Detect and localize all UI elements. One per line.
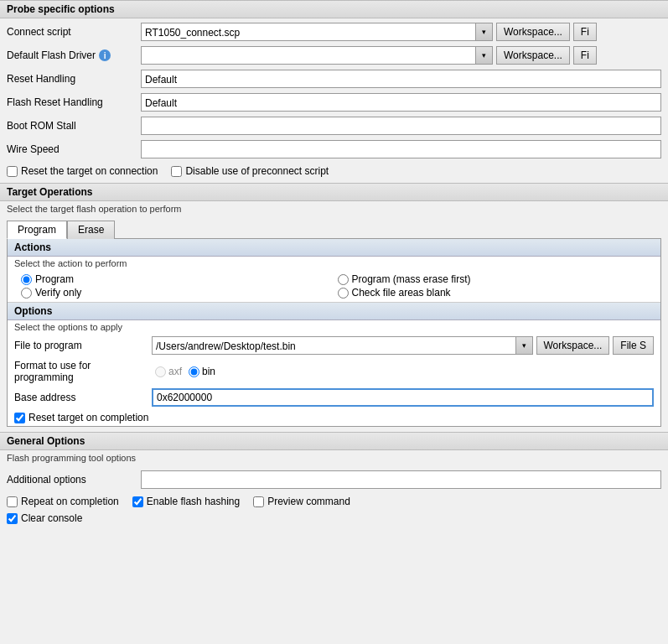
file-to-program-label: File to program — [14, 340, 148, 351]
flash-driver-input[interactable] — [142, 47, 475, 65]
boot-rom-stall-controls — [141, 117, 661, 135]
radio-program: Program — [21, 273, 331, 285]
boot-rom-stall-label: Boot ROM Stall — [7, 120, 141, 132]
format-axf-radio[interactable] — [155, 366, 166, 377]
reset-target-checkbox[interactable] — [7, 166, 18, 177]
flash-reset-handling-controls — [141, 93, 661, 112]
preview-command-label: Preview command — [267, 496, 350, 507]
options-section: Options Select the options to apply File… — [8, 302, 660, 426]
clear-console-row: Clear console — [0, 510, 668, 527]
connect-script-file-btn[interactable]: Fi — [573, 23, 597, 41]
disable-preconnect-checkbox[interactable] — [171, 166, 182, 177]
radio-blank-check: Check file areas blank — [338, 287, 648, 299]
options-section-header: Options — [8, 303, 660, 320]
flash-driver-workspace-btn[interactable]: Workspace... — [496, 46, 570, 65]
tabs: Program Erase — [7, 221, 661, 239]
format-row: Format to use for programming axf bin — [8, 357, 660, 386]
format-bin-wrapper: bin — [189, 366, 215, 377]
wire-speed-label: Wire Speed — [7, 143, 141, 155]
file-to-program-input[interactable] — [153, 337, 515, 356]
main-page: Probe specific options Connect script ▾ … — [0, 0, 668, 644]
tab-erase[interactable]: Erase — [67, 221, 115, 239]
additional-options-row: Additional options — [7, 468, 661, 491]
radio-mass-erase-label: Program (mass erase first) — [352, 273, 471, 285]
repeat-on-completion-label: Repeat on completion — [21, 496, 119, 507]
general-options-section-header: General Options — [0, 432, 668, 450]
radio-program-input[interactable] — [21, 274, 32, 285]
flash-driver-dropdown-btn[interactable]: ▾ — [475, 47, 492, 64]
connect-script-input-wrapper: ▾ — [141, 23, 493, 41]
reset-handling-label: Reset Handling — [7, 73, 141, 85]
clear-console-checkbox[interactable] — [7, 513, 18, 524]
radio-blank-check-input[interactable] — [338, 288, 349, 299]
format-bin-label: bin — [202, 366, 215, 377]
flash-driver-controls: ▾ Workspace... Fi — [141, 46, 661, 65]
disable-preconnect-checkbox-wrapper: Disable use of preconnect script — [171, 165, 329, 177]
radio-verify: Verify only — [21, 287, 331, 299]
tab-program[interactable]: Program — [7, 221, 67, 239]
general-options-subtitle: Flash programming tool options — [0, 450, 668, 466]
additional-options-label: Additional options — [7, 474, 141, 486]
connect-script-controls: ▾ Workspace... Fi — [141, 23, 661, 41]
radio-blank-check-label: Check file areas blank — [352, 287, 451, 299]
format-axf-wrapper: axf — [155, 366, 182, 377]
disable-preconnect-label: Disable use of preconnect script — [185, 165, 329, 177]
enable-flash-hashing-checkbox[interactable] — [132, 496, 143, 507]
flash-reset-handling-input-wrapper — [141, 93, 661, 112]
flash-driver-label: Default Flash Driver i — [7, 49, 141, 61]
repeat-on-completion-wrapper: Repeat on completion — [7, 496, 119, 507]
radio-verify-label: Verify only — [35, 287, 81, 299]
connect-script-input[interactable] — [142, 23, 475, 42]
enable-flash-hashing-wrapper: Enable flash hashing — [132, 496, 240, 507]
radio-mass-erase: Program (mass erase first) — [338, 273, 648, 285]
actions-subtitle: Select the action to perform — [8, 257, 660, 270]
probe-checkboxes-row: Reset the target on connection Disable u… — [0, 163, 668, 179]
format-axf-label: axf — [168, 366, 182, 377]
reset-on-completion-row: Reset target on completion — [8, 409, 660, 426]
target-operations-section-header: Target Operations — [0, 183, 668, 201]
base-address-row: Base address — [8, 386, 660, 409]
options-subtitle: Select the options to apply — [8, 320, 660, 334]
connect-script-label: Connect script — [7, 26, 141, 38]
boot-rom-stall-input[interactable] — [141, 117, 661, 135]
base-address-input[interactable] — [152, 388, 654, 407]
clear-console-label: Clear console — [21, 512, 82, 524]
reset-on-completion-checkbox[interactable] — [14, 413, 25, 423]
flash-reset-handling-label: Flash Reset Handling — [7, 96, 141, 108]
format-label: Format to use for programming — [14, 360, 148, 383]
reset-handling-controls — [141, 70, 661, 88]
connect-script-workspace-btn[interactable]: Workspace... — [496, 23, 570, 41]
flash-driver-file-btn[interactable]: Fi — [573, 46, 597, 65]
additional-options-input[interactable] — [141, 470, 661, 489]
general-options-form: Additional options — [0, 466, 668, 493]
radio-mass-erase-input[interactable] — [338, 274, 349, 285]
reset-handling-row: Reset Handling — [7, 67, 661, 91]
flash-driver-row: Default Flash Driver i ▾ Workspace... Fi — [7, 44, 661, 67]
file-to-program-row: File to program ▾ Workspace... File S — [8, 334, 660, 357]
boot-rom-stall-row: Boot ROM Stall — [7, 114, 661, 138]
preview-command-checkbox[interactable] — [253, 496, 264, 507]
connect-script-dropdown-btn[interactable]: ▾ — [475, 23, 492, 40]
file-to-program-dropdown-btn[interactable]: ▾ — [515, 337, 532, 354]
radio-verify-input[interactable] — [21, 288, 32, 299]
reset-target-label: Reset the target on connection — [21, 165, 158, 177]
file-to-program-file-btn[interactable]: File S — [613, 336, 654, 355]
flash-reset-handling-input[interactable] — [142, 94, 660, 112]
file-to-program-input-wrapper: ▾ — [152, 336, 533, 355]
tab-content: Actions Select the action to perform Pro… — [7, 238, 661, 427]
reset-target-checkbox-wrapper: Reset the target on connection — [7, 165, 158, 177]
tabs-container: Program Erase Actions Select the action … — [0, 217, 668, 427]
target-operations-subtitle: Select the target flash operation to per… — [0, 201, 668, 217]
repeat-on-completion-checkbox[interactable] — [7, 496, 18, 507]
format-bin-radio[interactable] — [189, 366, 199, 377]
reset-handling-input[interactable] — [142, 70, 660, 89]
wire-speed-input[interactable] — [141, 140, 661, 158]
file-to-program-workspace-btn[interactable]: Workspace... — [536, 336, 610, 355]
general-checkboxes-row1: Repeat on completion Enable flash hashin… — [0, 493, 668, 510]
wire-speed-controls — [141, 140, 661, 158]
reset-handling-input-wrapper — [141, 70, 661, 88]
actions-radio-grid: Program Program (mass erase first) Verif… — [8, 270, 660, 302]
flash-driver-input-wrapper: ▾ — [141, 46, 493, 65]
actions-section-header: Actions — [8, 239, 660, 257]
preview-command-wrapper: Preview command — [253, 496, 350, 507]
